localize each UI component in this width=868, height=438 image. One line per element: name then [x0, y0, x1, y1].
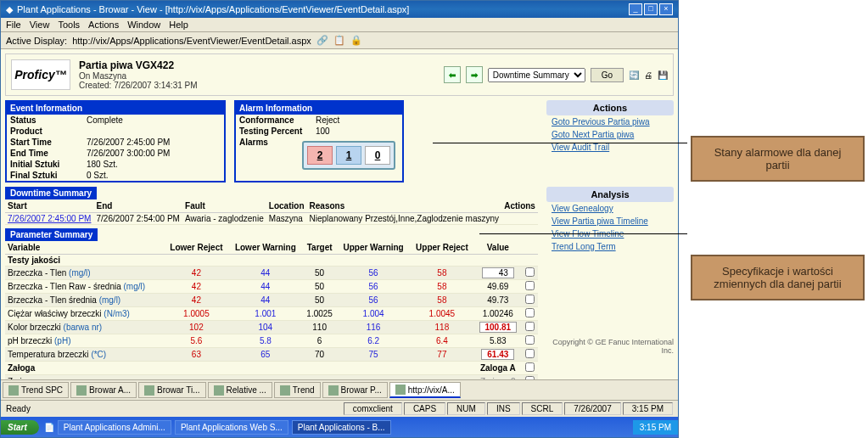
menubar: File View Tools Actions Window Help — [1, 18, 678, 32]
col-header[interactable]: Target — [302, 241, 337, 255]
param-row[interactable]: Ciężar właściwy brzeczki (N/m3) 1.0005 1… — [5, 307, 538, 321]
event-key: End Time — [10, 149, 87, 158]
checkbox-cell[interactable] — [522, 280, 538, 294]
spacer — [412, 100, 538, 182]
tab-relative[interactable]: Relative ... — [208, 382, 272, 398]
go-button[interactable]: Go — [591, 68, 624, 82]
checkbox-cell[interactable] — [522, 267, 538, 280]
close-button[interactable]: × — [659, 3, 673, 15]
param-row[interactable]: Kolor brzeczki (barwa nr) 102 104 110 11… — [5, 321, 538, 334]
content-area: Proficy™ Partia piwa VGX422 On Maszyna C… — [1, 49, 678, 379]
checkbox[interactable] — [525, 376, 535, 379]
alarm-red-count[interactable]: 2 — [307, 146, 333, 165]
event-val: 7/26/2007 2:45:00 PM — [87, 138, 221, 147]
lower-reject: 63 — [164, 348, 228, 362]
col-header[interactable]: End — [94, 199, 183, 213]
tab-trend-spc[interactable]: Trend SPC — [3, 382, 69, 398]
upper-warning: 75 — [337, 348, 410, 362]
link-icon[interactable]: 🔗 — [316, 35, 328, 46]
tab-trend[interactable]: Trend — [274, 382, 321, 398]
param-row[interactable]: pH brzeczki (pH) 5.6 5.8 6 6.2 6.4 5.83 — [5, 334, 538, 348]
prev-arrow-button[interactable]: ⬅ — [444, 66, 461, 83]
param-row[interactable]: Brzeczka - Tlen średnia (mg/l) 42 44 50 … — [5, 294, 538, 307]
goto-prev-link[interactable]: Goto Previous Partia piwa — [546, 115, 674, 128]
value[interactable]: 100.81 — [474, 321, 522, 334]
goto-next-link[interactable]: Goto Next Partia piwa — [546, 128, 674, 141]
value[interactable]: 1.00246 — [474, 307, 522, 321]
param-row[interactable]: Temperatura brzeczki (*C) 63 65 70 75 77… — [5, 348, 538, 362]
lower-warning: 104 — [228, 321, 302, 334]
menu-file[interactable]: File — [6, 20, 21, 30]
copy-icon[interactable]: 📋 — [333, 35, 345, 46]
checkbox-cell[interactable] — [522, 294, 538, 307]
ie-icon — [395, 385, 406, 395]
col-header[interactable]: Variable — [5, 241, 164, 255]
lock-icon[interactable]: 🔒 — [350, 35, 362, 46]
col-header[interactable]: Value — [474, 241, 522, 255]
col-header[interactable]: Start — [5, 199, 94, 213]
summary-select[interactable]: Downtime Summary — [488, 68, 585, 82]
export-icon[interactable]: 💾 — [658, 70, 668, 80]
tab-browar-p[interactable]: Browar P... — [322, 382, 388, 398]
trend-link[interactable]: Trend Long Term — [546, 240, 674, 253]
minimize-button[interactable]: _ — [629, 3, 642, 15]
upper-reject: 77 — [410, 348, 473, 362]
checkbox-cell[interactable] — [522, 321, 538, 334]
var-name: Brzeczka - Tlen Raw - średnia (mg/l) — [5, 280, 164, 294]
value[interactable]: 5.83 — [474, 334, 522, 348]
col-header[interactable]: Upper Reject — [410, 241, 473, 255]
print-icon[interactable]: 🖨 — [644, 70, 652, 80]
genealogy-link[interactable]: View Genealogy — [546, 202, 674, 215]
taskbar-item-active[interactable]: Plant Applications - B... — [292, 420, 391, 435]
tab-url[interactable]: http://vix/A... — [389, 382, 461, 398]
col-header[interactable]: Lower Reject — [164, 241, 228, 255]
event-val: 180 Szt. — [87, 160, 221, 169]
menu-view[interactable]: View — [30, 20, 50, 30]
value[interactable]: 49.69 — [474, 280, 522, 294]
status-time: 3:15 PM — [623, 402, 673, 415]
param-row[interactable]: Brzeczka - Tlen Raw - średnia (mg/l) 42 … — [5, 280, 538, 294]
value[interactable]: 49.73 — [474, 294, 522, 307]
refresh-icon[interactable]: 🔄 — [629, 70, 639, 80]
checkbox[interactable] — [525, 362, 535, 372]
menu-help[interactable]: Help — [169, 20, 188, 30]
var-name: Ciężar właściwy brzeczki (N/m3) — [5, 307, 164, 321]
taskbar-item[interactable]: Plant Applications Admini... — [58, 420, 171, 435]
lower-warning: 44 — [228, 267, 302, 280]
menu-tools[interactable]: Tools — [58, 20, 80, 30]
value[interactable]: 43 — [474, 267, 522, 280]
checkbox-cell[interactable] — [522, 307, 538, 321]
upper-warning: 116 — [337, 321, 410, 334]
actions-panel: Actions Goto Previous Partia piwa Goto N… — [546, 100, 674, 182]
checkbox-cell[interactable] — [522, 348, 538, 362]
alarm-blue-count[interactable]: 1 — [336, 146, 361, 165]
analysis-header: Analysis — [546, 187, 674, 202]
target: 50 — [302, 267, 337, 280]
callout-line — [479, 233, 687, 234]
start-button[interactable]: Start — [1, 420, 39, 435]
alarms-label: Alarms — [239, 138, 299, 173]
downtime-row[interactable]: 7/26/2007 2:45:00 PM7/26/2007 2:54:00 PM… — [5, 213, 538, 225]
checkbox-cell[interactable] — [522, 334, 538, 348]
col-header[interactable]: Fault — [182, 199, 266, 213]
col-header[interactable]: Reasons — [307, 199, 502, 213]
menu-actions[interactable]: Actions — [88, 20, 119, 30]
value[interactable]: 61.43 — [474, 348, 522, 362]
alarm-white-count[interactable]: 0 — [365, 146, 390, 165]
tab-browar-ti[interactable]: Browar Ti... — [138, 382, 206, 398]
col-header[interactable]: Lower Warning — [228, 241, 302, 255]
quicklaunch-icon[interactable]: 📄 — [44, 423, 54, 432]
menu-window[interactable]: Window — [127, 20, 160, 30]
col-header[interactable]: Upper Warning — [337, 241, 410, 255]
tab-browar-a[interactable]: Browar A... — [70, 382, 137, 398]
maximize-button[interactable]: □ — [644, 3, 658, 15]
col-header[interactable]: Actions — [501, 199, 538, 213]
status-caps: CAPS — [404, 402, 445, 415]
next-arrow-button[interactable]: ➡ — [466, 66, 483, 83]
col-header[interactable]: Location — [266, 199, 307, 213]
col-header[interactable] — [522, 241, 538, 255]
param-row[interactable]: Brzeczka - Tlen (mg/l) 42 44 50 56 58 43 — [5, 267, 538, 280]
system-tray[interactable]: 3:15 PM — [633, 420, 678, 435]
taskbar-item[interactable]: Plant Applications Web S... — [175, 420, 288, 435]
timeline-link[interactable]: View Partia piwa Timeline — [546, 215, 674, 227]
